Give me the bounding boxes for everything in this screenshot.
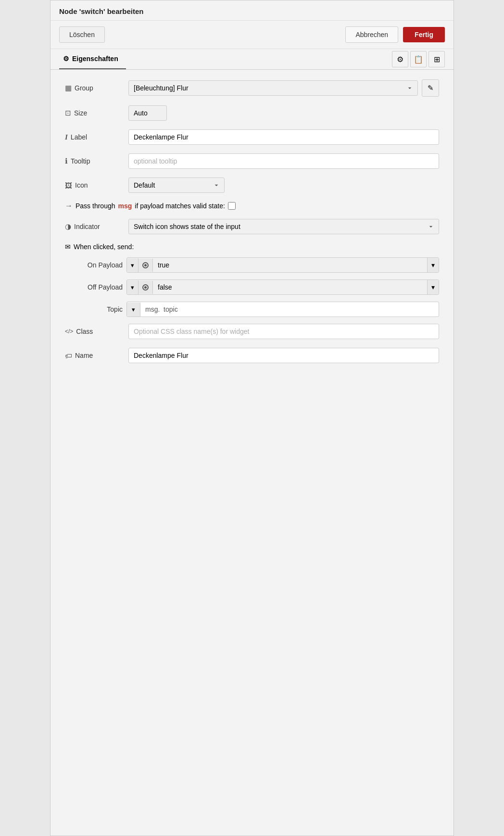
indicator-label: ◑ Indicator [65,222,123,231]
tooltip-label: ℹ Tooltip [65,157,123,165]
image-icon: 🖼 [65,181,72,190]
size-label: ⊡ Size [65,109,123,117]
off-payload-label: Off Payload [65,283,123,291]
tab-icon-doc[interactable]: 📋 [410,51,427,67]
name-input[interactable] [128,348,439,363]
passthrough-text1: Pass through [76,202,115,210]
topic-label: Topic [65,305,123,313]
on-payload-type-button[interactable]: ▾ [127,258,139,272]
passthrough-row: → Pass through msg if payload matches va… [65,202,439,210]
table-icon: ▦ [65,84,72,92]
tab-icons: ⚙ 📋 ⊞ [392,51,445,67]
off-payload-type-button[interactable]: ▾ [127,280,139,294]
label-row: I Label [65,129,439,145]
topic-row: Topic ▾ [65,302,439,317]
topic-type-button[interactable]: ▾ [127,303,140,317]
panel-title: Node 'switch' bearbeiten [59,7,144,15]
toolbar: Löschen Abbrechen Fertig [50,21,454,49]
tag-icon: 🏷 [65,352,72,360]
tooltip-input[interactable] [128,153,439,169]
on-payload-label: On Payload [65,261,123,269]
icon-label: 🖼 Icon [65,181,123,190]
switch-icon: ◑ [65,222,71,231]
on-payload-type-caret: ▾ [131,262,134,269]
indicator-row: ◑ Indicator Switch icon shows state of t… [65,219,439,234]
off-payload-row: Off Payload ▾ ▾ [65,279,439,295]
size-input[interactable] [128,105,167,121]
grid-icon: ⊞ [434,55,440,64]
label-input[interactable] [128,129,439,145]
when-clicked-label: When clicked, send: [74,243,134,251]
panel-header: Node 'switch' bearbeiten [50,0,454,21]
group-controls: [Beleuchtung] Flur ✎ [128,79,439,97]
doc-icon: 📋 [414,55,423,64]
size-row: ⊡ Size [65,105,439,121]
info-icon: ℹ [65,157,68,165]
group-row: ▦ Group [Beleuchtung] Flur ✎ [65,79,439,97]
main-panel: Node 'switch' bearbeiten Löschen Abbrech… [50,0,454,836]
pencil-icon: ✎ [428,84,434,92]
off-payload-input[interactable] [153,280,427,294]
cancel-button[interactable]: Abbrechen [345,26,398,43]
icon-select[interactable]: Default [128,177,225,193]
topic-type-caret: ▾ [132,306,135,313]
on-payload-input[interactable] [153,258,427,272]
size-icon: ⊡ [65,109,71,117]
on-payload-controls: ▾ ▾ [126,257,439,273]
off-payload-type-caret: ▾ [131,284,134,291]
code-icon: </> [65,328,73,335]
passthrough-msg: msg [118,202,132,210]
label-icon: I [65,133,68,141]
off-payload-radio[interactable] [139,281,153,294]
tooltip-row: ℹ Tooltip [65,153,439,169]
passthrough-text2: if payload matches valid state: [135,202,225,210]
on-payload-dropdown-caret: ▾ [431,261,435,269]
class-input[interactable] [128,324,439,339]
form-body: ▦ Group [Beleuchtung] Flur ✎ ⊡ Size [50,70,454,386]
label-label: I Label [65,133,123,141]
tab-properties-icon: ⚙ [63,55,69,63]
off-payload-radio-icon [142,284,149,291]
group-edit-button[interactable]: ✎ [422,79,439,97]
group-select[interactable]: [Beleuchtung] Flur [128,80,418,96]
topic-control: ▾ [126,302,439,317]
icon-row: 🖼 Icon Default [65,177,439,193]
name-row: 🏷 Name [65,348,439,363]
off-payload-dropdown-caret: ▾ [431,283,435,291]
name-label: 🏷 Name [65,352,123,360]
tabs-row: ⚙ Eigenschaften ⚙ 📋 ⊞ [50,49,454,70]
delete-button[interactable]: Löschen [59,26,105,43]
done-button[interactable]: Fertig [403,27,445,42]
tab-icon-gear[interactable]: ⚙ [392,51,408,67]
on-payload-row: On Payload ▾ ▾ [65,257,439,273]
on-payload-radio[interactable] [139,259,153,272]
envelope-icon: ✉ [65,243,71,251]
tab-icon-grid[interactable]: ⊞ [428,51,445,67]
group-label: ▦ Group [65,84,123,92]
arrow-icon: → [65,202,73,210]
topic-input[interactable] [140,302,439,317]
gear-icon: ⚙ [397,55,403,64]
tab-properties[interactable]: ⚙ Eigenschaften [59,49,126,69]
off-payload-controls: ▾ ▾ [126,279,439,295]
class-row: </> Class [65,324,439,339]
passthrough-checkbox[interactable] [228,202,236,210]
indicator-select[interactable]: Switch icon shows state of the input [128,219,439,234]
tab-properties-label: Eigenschaften [72,55,118,63]
off-payload-dropdown[interactable]: ▾ [427,280,439,294]
when-clicked-row: ✉ When clicked, send: [65,243,439,251]
on-payload-dropdown[interactable]: ▾ [427,258,439,272]
on-payload-radio-icon [142,262,149,268]
class-label: </> Class [65,328,123,335]
